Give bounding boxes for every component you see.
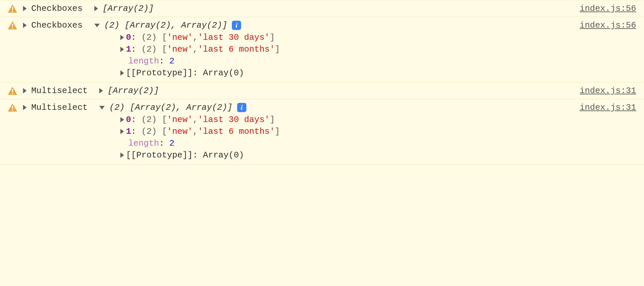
warning-icon [8,21,17,29]
length-label: length [128,56,159,66]
array-item[interactable]: 0: (2) ['new', 'last 30 days'] [119,32,636,43]
source-link[interactable]: index.js:31 [580,86,636,96]
string-value: 'new' [167,115,193,125]
length-property: length: 2 [119,137,636,149]
svg-rect-5 [12,93,13,94]
object-caret-icon[interactable] [94,6,98,11]
expand-caret-icon[interactable] [23,6,27,11]
svg-rect-7 [12,110,13,111]
item-index: 1 [126,127,131,136]
svg-rect-2 [12,24,13,27]
item-caret-icon[interactable] [120,47,124,52]
item-index: 0 [126,115,131,125]
array-item[interactable]: 1: (2) ['new', 'last 6 months'] [119,126,636,137]
object-summary[interactable]: (2) [Array(2), Array(2)] [109,103,232,112]
item-count: (2) [141,115,157,125]
summary-body: [Array(2), Array(2)] [125,20,227,30]
source-link[interactable]: index.js:56 [580,4,636,13]
prototype-label: [[Prototype]] [126,150,193,160]
prototype-value: Array(0) [203,150,244,160]
prototype-property[interactable]: [[Prototype]]: Array(0) [119,67,636,79]
item-count: (2) [141,127,157,136]
array-item[interactable]: 1: (2) ['new', 'last 6 months'] [119,43,636,55]
item-index: 1 [126,44,131,54]
console-warning-row: Multiselect [Array(2)] index.js:31 [0,82,644,99]
row-header: Multiselect (2) [Array(2), Array(2)] i [8,103,636,112]
warning-icon [8,104,17,111]
log-label: Multiselect [31,103,88,112]
log-label: Multiselect [31,86,88,96]
item-caret-icon[interactable] [120,153,124,158]
length-property: length: 2 [119,55,636,67]
length-value: 2 [169,138,175,148]
item-caret-icon[interactable] [120,129,124,134]
console-warning-row: Multiselect (2) [Array(2), Array(2)] i i… [0,99,644,165]
prototype-property[interactable]: [[Prototype]]: Array(0) [119,149,636,161]
warning-icon [8,87,17,95]
prototype-label: [[Prototype]] [126,68,193,78]
row-header: Checkboxes [Array(2)] [8,4,636,13]
row-header: Multiselect [Array(2)] [8,86,636,96]
summary-body: [Array(2), Array(2)] [130,103,233,112]
object-expansion: 0: (2) ['new', 'last 30 days'] 1: (2) ['… [119,32,636,79]
log-label: Checkboxes [31,4,83,13]
source-link[interactable]: index.js:31 [580,103,636,112]
object-caret-icon[interactable] [99,106,105,109]
console-warning-row: Checkboxes (2) [Array(2), Array(2)] i in… [0,17,644,83]
string-value: 'last 6 months' [198,127,275,136]
item-count: (2) [141,33,157,42]
svg-rect-3 [12,28,13,29]
info-icon[interactable]: i [237,103,246,112]
item-caret-icon[interactable] [120,70,124,76]
length-label: length [128,138,159,148]
string-value: 'new' [167,127,193,136]
info-icon[interactable]: i [232,21,241,30]
string-value: 'last 30 days' [198,33,269,42]
expand-caret-icon[interactable] [23,88,27,93]
string-value: 'last 6 months' [198,44,275,54]
expand-caret-icon[interactable] [23,105,27,110]
array-item[interactable]: 0: (2) ['new', 'last 30 days'] [119,114,636,126]
object-caret-icon[interactable] [99,88,103,93]
item-caret-icon[interactable] [120,35,124,40]
string-value: 'new' [167,44,193,54]
object-summary[interactable]: [Array(2)] [103,4,154,13]
log-label: Checkboxes [31,20,83,30]
string-value: 'last 30 days' [198,115,269,125]
item-count: (2) [141,44,157,54]
object-summary[interactable]: (2) [Array(2), Array(2)] [104,20,227,30]
summary-count: (2) [104,20,120,30]
object-expansion: 0: (2) ['new', 'last 30 days'] 1: (2) ['… [119,114,636,161]
svg-rect-6 [12,106,13,109]
source-link[interactable]: index.js:56 [580,20,636,30]
object-summary[interactable]: [Array(2)] [108,86,159,96]
warning-icon [8,5,17,12]
object-caret-icon[interactable] [94,24,100,27]
item-index: 0 [126,33,131,42]
svg-rect-1 [12,11,13,12]
expand-caret-icon[interactable] [23,23,27,28]
console-warning-row: Checkboxes [Array(2)] index.js:56 [0,0,644,17]
svg-rect-4 [12,89,13,92]
string-value: 'new' [167,33,193,42]
prototype-value: Array(0) [203,68,244,78]
item-caret-icon[interactable] [120,117,124,122]
summary-count: (2) [109,103,125,112]
svg-rect-0 [12,7,13,10]
length-value: 2 [169,56,175,66]
row-header: Checkboxes (2) [Array(2), Array(2)] i [8,20,636,30]
